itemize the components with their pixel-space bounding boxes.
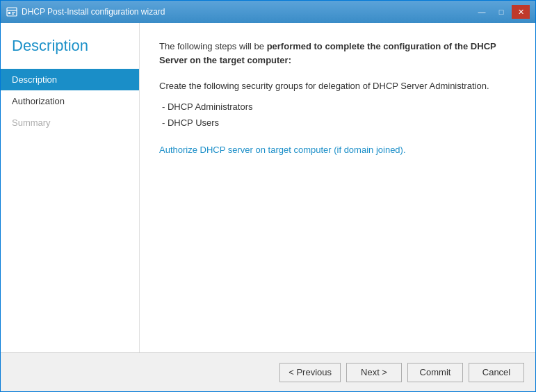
intro-text-prefix: The following steps will be [159,41,267,51]
cancel-button[interactable]: Cancel [469,363,524,382]
page-heading: Description [1,37,139,69]
previous-button[interactable]: < Previous [279,363,341,382]
list-item-users: - DHCP Users [162,115,516,131]
window-title: DHCP Post-Install configuration wizard [22,7,165,17]
commit-button[interactable]: Commit [407,363,463,382]
svg-rect-3 [12,12,15,13]
title-bar-left: DHCP Post-Install configuration wizard [6,6,165,17]
sidebar-item-authorization[interactable]: Authorization [1,90,139,112]
svg-rect-2 [8,12,10,14]
close-button[interactable]: ✕ [512,5,530,19]
sidebar-item-description[interactable]: Description [1,69,139,90]
main-window: DHCP Post-Install configuration wizard —… [0,0,536,392]
content-area: The following steps will be performed to… [140,23,535,352]
next-button[interactable]: Next > [346,363,402,382]
title-bar: DHCP Post-Install configuration wizard —… [1,1,535,23]
svg-rect-4 [12,14,14,15]
security-groups-heading: Create the following security groups for… [159,79,516,93]
maximize-button[interactable]: □ [492,5,510,19]
main-content: Description Description Authorization Su… [1,23,535,352]
list-item-administrators: - DHCP Administrators [162,99,516,115]
sidebar: Description Description Authorization Su… [1,23,140,352]
authorize-text: Authorize DHCP server on target computer… [159,143,516,157]
wizard-icon [6,6,17,17]
intro-paragraph: The following steps will be performed to… [159,40,516,67]
footer: < Previous Next > Commit Cancel [1,352,535,391]
minimize-button[interactable]: — [473,5,491,19]
title-bar-controls: — □ ✕ [473,5,530,19]
sidebar-item-summary: Summary [1,112,139,133]
security-groups-list: - DHCP Administrators - DHCP Users [159,99,516,131]
